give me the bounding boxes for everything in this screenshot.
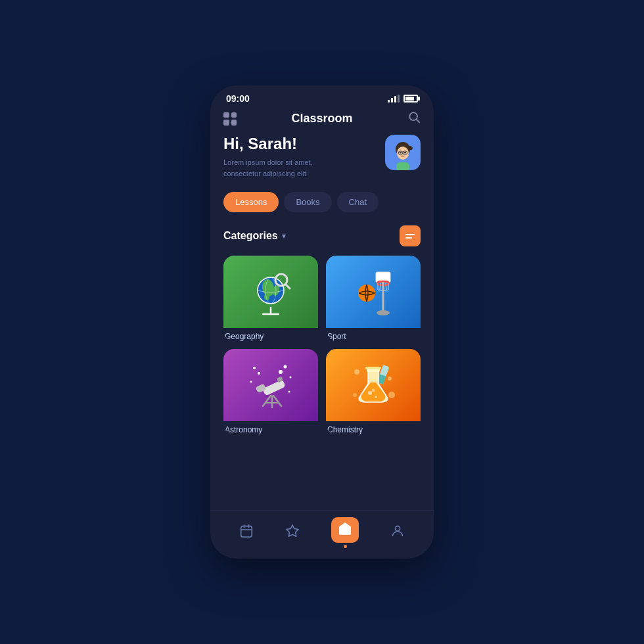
svg-rect-10 — [396, 162, 409, 170]
top-nav: Classroom — [210, 108, 434, 135]
filter-icon — [405, 234, 415, 239]
avatar[interactable] — [385, 135, 421, 170]
svg-rect-56 — [241, 526, 252, 538]
section-title-wrap: Categories ▾ — [223, 230, 286, 242]
nav-item-profile[interactable] — [390, 524, 405, 541]
svg-point-32 — [284, 365, 287, 369]
categories-grid: Geography — [223, 256, 421, 448]
svg-rect-38 — [262, 379, 286, 396]
search-icon[interactable] — [407, 110, 421, 127]
categories-header: Categories ▾ — [223, 225, 421, 246]
svg-point-47 — [388, 392, 395, 398]
tab-lessons[interactable]: Lessons — [223, 192, 279, 212]
tab-books[interactable]: Books — [284, 192, 331, 212]
svg-point-48 — [353, 393, 357, 397]
star-icon — [285, 524, 300, 541]
nav-item-calendar[interactable] — [239, 524, 254, 541]
main-content: Hi, Sarah! Lorem ipsum dolor sit amet, c… — [210, 135, 434, 510]
sport-image — [326, 256, 421, 328]
phone-frame: 09:00 Classroom — [210, 85, 434, 559]
svg-rect-52 — [365, 367, 381, 369]
svg-point-61 — [395, 526, 400, 531]
svg-line-19 — [286, 285, 290, 288]
svg-point-5 — [400, 152, 402, 154]
greeting-text: Hi, Sarah! Lorem ipsum dolor sit amet, c… — [223, 135, 329, 179]
astronomy-image — [223, 349, 318, 421]
nav-item-home[interactable] — [331, 517, 359, 548]
time-display: 09:00 — [226, 93, 250, 104]
svg-point-30 — [358, 285, 375, 302]
tabs-bar: Lessons Books Chat — [223, 192, 421, 212]
status-icons — [388, 95, 418, 103]
tab-chat[interactable]: Chat — [337, 192, 379, 212]
nav-active-dot — [344, 545, 347, 548]
section-title: Categories — [223, 230, 278, 242]
astronomy-label: Astronomy — [223, 425, 318, 434]
chemistry-label: Chemistry — [326, 425, 421, 434]
svg-point-35 — [279, 370, 283, 374]
bottom-nav — [210, 510, 434, 559]
svg-point-46 — [388, 377, 392, 380]
svg-point-33 — [290, 377, 292, 379]
sport-label: Sport — [326, 332, 421, 341]
svg-line-43 — [273, 396, 281, 406]
geography-image — [223, 256, 318, 328]
svg-point-31 — [253, 367, 256, 369]
greeting-subtitle: Lorem ipsum dolor sit amet, consectetur … — [223, 157, 329, 179]
category-card-geography[interactable]: Geography — [223, 256, 318, 341]
home-icon — [338, 524, 352, 538]
svg-line-41 — [263, 396, 271, 406]
page-title: Classroom — [291, 112, 352, 126]
svg-marker-60 — [287, 525, 298, 536]
category-card-sport[interactable]: Sport — [326, 256, 421, 341]
chevron-down-icon: ▾ — [282, 231, 286, 241]
grid-menu-icon[interactable] — [223, 112, 237, 126]
svg-point-36 — [258, 372, 260, 375]
svg-point-34 — [250, 381, 252, 383]
filter-button[interactable] — [400, 225, 421, 246]
svg-point-37 — [288, 391, 290, 393]
category-card-astronomy[interactable]: Astronomy — [223, 349, 318, 434]
svg-point-53 — [368, 391, 372, 395]
svg-point-54 — [375, 396, 377, 398]
signal-icon — [388, 95, 400, 103]
svg-point-45 — [354, 369, 359, 375]
greeting-title: Hi, Sarah! — [223, 135, 329, 153]
status-bar: 09:00 — [210, 85, 434, 108]
geography-label: Geography — [223, 332, 318, 341]
svg-line-1 — [417, 120, 420, 123]
home-icon-wrap — [331, 517, 359, 543]
profile-icon — [390, 524, 405, 541]
svg-point-6 — [404, 152, 406, 154]
chemistry-image — [326, 349, 421, 421]
category-card-chemistry[interactable]: Chemistry — [326, 349, 421, 434]
nav-item-favorites[interactable] — [285, 524, 300, 541]
svg-point-29 — [377, 310, 390, 315]
battery-icon — [403, 95, 418, 103]
calendar-icon — [239, 524, 254, 541]
greeting-section: Hi, Sarah! Lorem ipsum dolor sit amet, c… — [223, 135, 421, 179]
svg-point-55 — [372, 389, 375, 392]
